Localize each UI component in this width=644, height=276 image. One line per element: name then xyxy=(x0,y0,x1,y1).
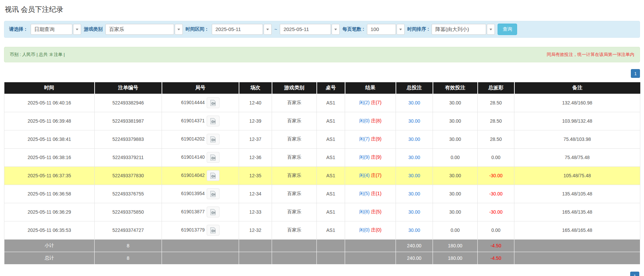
grand-total-row: 总计8240.00180.00-4.50 xyxy=(4,252,640,264)
round-number: 619013877 xyxy=(181,209,205,214)
footer-total-bet: 240.00 xyxy=(396,252,433,264)
cell-table-no: AS1 xyxy=(317,203,345,221)
chevron-down-icon[interactable] xyxy=(332,24,340,35)
cell-total-bet: 30.00 xyxy=(396,112,433,130)
round-number: 619013954 xyxy=(181,191,205,196)
total-bet-link[interactable]: 30.00 xyxy=(408,173,420,178)
col-header-session: 场次 xyxy=(239,82,272,94)
col-header-total-bet: 总投注 xyxy=(396,82,433,94)
footer-round xyxy=(162,239,239,252)
query-type-select[interactable]: 日期查询 xyxy=(31,24,81,35)
result-banker: 庄(9) xyxy=(371,136,381,142)
cell-valid-bet: 30.00 xyxy=(433,130,478,148)
cell-bet-id: 522493375850 xyxy=(95,203,162,221)
result-banker: 庄(5) xyxy=(371,209,381,214)
cell-valid-bet: 30.00 xyxy=(433,94,478,112)
result-player: 闲(7) xyxy=(359,136,370,142)
cell-session: 12-40 xyxy=(239,94,272,112)
same-round-note-text: 同局有效投注，统一计算在该局第一张注单内 xyxy=(547,52,634,58)
sort-label: 时间排序 : xyxy=(407,26,429,32)
cell-bet-id: 522493377830 xyxy=(95,166,162,185)
chevron-down-icon xyxy=(76,29,78,30)
chevron-down-icon[interactable] xyxy=(264,24,272,35)
footer-result xyxy=(345,239,396,252)
table-row: 2025-05-11 06:39:48522493381987619014371… xyxy=(4,112,640,130)
page-button-bottom[interactable]: 1 xyxy=(630,272,639,276)
round-video-button[interactable] xyxy=(207,116,219,126)
footer-game-type xyxy=(272,239,317,252)
search-button[interactable]: 查询 xyxy=(498,24,517,35)
total-bet-link[interactable]: 30.00 xyxy=(408,191,420,196)
cell-session: 12-36 xyxy=(239,148,272,166)
footer-session xyxy=(239,252,272,264)
cell-payout: 0.00 xyxy=(478,148,514,166)
cell-time: 2025-05-11 06:37:35 xyxy=(4,166,95,185)
total-bet-link[interactable]: 30.00 xyxy=(408,118,420,124)
result-banker: 庄(7) xyxy=(371,100,381,105)
round-video-button[interactable] xyxy=(207,170,219,181)
footer-game-type xyxy=(272,252,317,264)
table-row: 2025-05-11 06:36:29522493375850619013877… xyxy=(4,203,640,221)
cell-time: 2025-05-11 06:39:48 xyxy=(4,112,95,130)
chevron-down-icon[interactable] xyxy=(175,24,183,35)
cell-round: 619014444 xyxy=(162,94,239,112)
total-bet-link[interactable]: 30.00 xyxy=(408,136,420,142)
cell-game-type: 百家乐 xyxy=(272,185,317,203)
total-bet-link[interactable]: 30.00 xyxy=(408,227,420,233)
result-player: 闲(8) xyxy=(359,209,370,214)
chevron-down-icon[interactable] xyxy=(397,24,405,35)
cell-bet-id: 522493381987 xyxy=(95,112,162,130)
sort-select[interactable]: 降冪(由大到小) xyxy=(432,24,495,35)
col-header-remark: 备注 xyxy=(514,82,640,94)
cell-session: 12-37 xyxy=(239,130,272,148)
cell-session: 12-33 xyxy=(239,203,272,221)
footer-remark xyxy=(514,239,640,252)
round-video-button[interactable] xyxy=(207,188,219,199)
cell-table-no: AS1 xyxy=(317,185,345,203)
footer-valid-bet: 180.00 xyxy=(433,239,478,252)
result-player: 闲(9) xyxy=(359,154,370,160)
chevron-down-icon[interactable] xyxy=(487,24,495,35)
round-video-button[interactable] xyxy=(207,207,219,217)
total-bet-link[interactable]: 30.00 xyxy=(408,155,420,160)
result-player: 闲(0) xyxy=(359,118,370,123)
video-clip-icon xyxy=(210,209,216,215)
currency-total-text: 币别 : 人民币 | 总共 :8 注单 | xyxy=(10,52,65,58)
video-clip-icon xyxy=(210,154,216,161)
round-video-button[interactable] xyxy=(207,225,219,236)
records-table: 时间注单编号局号场次游戏类别桌号结果总投注有效投注总派彩备注 2025-05-1… xyxy=(4,82,640,265)
page-size-select[interactable]: 100 xyxy=(367,24,405,35)
cell-result: 闲(0) 庄(0) xyxy=(345,221,396,239)
round-video-button[interactable] xyxy=(207,97,219,108)
total-bet-link[interactable]: 30.00 xyxy=(408,209,420,215)
cell-round: 619013877 xyxy=(162,203,239,221)
footer-total-bet: 240.00 xyxy=(396,239,433,252)
table-row: 2025-05-11 06:35:53522493374727619013779… xyxy=(4,221,640,239)
page-button-1[interactable]: 1 xyxy=(631,69,640,78)
cell-game-type: 百家乐 xyxy=(272,203,317,221)
cell-remark: 103.98/132.48 xyxy=(514,112,640,130)
result-player: 闲(4) xyxy=(359,173,370,178)
total-bet-link[interactable]: 30.00 xyxy=(408,100,420,105)
cell-session: 12-32 xyxy=(239,221,272,239)
date-range-separator: ~ xyxy=(274,27,277,32)
chevron-down-icon[interactable] xyxy=(73,24,81,35)
date-from-input[interactable]: 2025-05-11 xyxy=(212,24,272,35)
time-range-label: 时间区间： xyxy=(185,26,209,32)
cell-remark: 165.48/135.48 xyxy=(514,203,640,221)
cell-time: 2025-05-11 06:35:53 xyxy=(4,221,95,239)
cell-game-type: 百家乐 xyxy=(272,166,317,185)
table-row: 2025-05-11 06:40:16522493382946619014444… xyxy=(4,94,640,112)
col-header-valid-bet: 有效投注 xyxy=(433,82,478,94)
cell-total-bet: 30.00 xyxy=(396,185,433,203)
round-video-button[interactable] xyxy=(207,134,219,145)
cell-payout: 28.50 xyxy=(478,94,514,112)
cell-session: 12-34 xyxy=(239,185,272,203)
cell-session: 12-35 xyxy=(239,166,272,185)
round-video-button[interactable] xyxy=(207,152,219,163)
footer-payout: -4.50 xyxy=(478,239,514,252)
game-type-select[interactable]: 百家乐 xyxy=(105,24,183,35)
cell-valid-bet: 30.00 xyxy=(433,203,478,221)
result-banker: 庄(0) xyxy=(371,227,381,233)
date-to-input[interactable]: 2025-05-11 xyxy=(280,24,340,35)
